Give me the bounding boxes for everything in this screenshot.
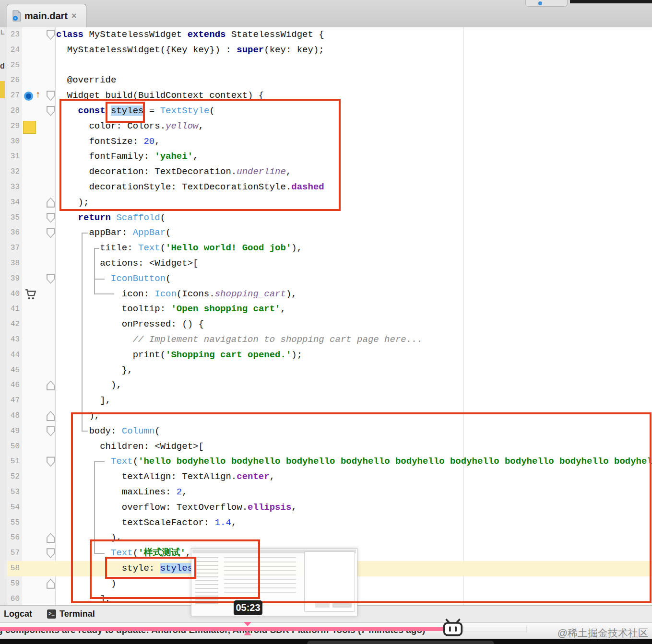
code-text: },	[56, 363, 133, 378]
code-line-29[interactable]: 29 color: Colors.yellow,	[7, 119, 652, 134]
fold-close-marker[interactable]	[47, 533, 55, 543]
code-line-37[interactable]: 37 title: Text('Hello world! Good job'),	[7, 241, 652, 256]
code-text: ],	[56, 393, 111, 409]
code-line-56[interactable]: 56 ),	[7, 530, 652, 546]
video-buffer-track[interactable]	[463, 627, 527, 632]
tab-close-icon[interactable]: ×	[71, 11, 77, 21]
code-line-46[interactable]: 46 ),	[7, 378, 652, 393]
code-text: body: Column(	[56, 424, 160, 439]
code-line-45[interactable]: 45 },	[7, 363, 652, 378]
code-text: decoration: TextDecoration.underline,	[56, 164, 291, 180]
code-line-32[interactable]: 32 decoration: TextDecoration.underline,	[7, 164, 652, 180]
code-text: title: Text('Hello world! Good job'),	[56, 241, 302, 256]
line-number: 48	[7, 409, 20, 424]
code-text: const styles = TextStyle(	[56, 104, 215, 119]
line-number: 43	[7, 332, 20, 348]
code-line-42[interactable]: 42 onPressed: () {	[7, 317, 652, 332]
code-line-48[interactable]: 48 ),	[7, 409, 652, 424]
code-line-36[interactable]: 36 appBar: AppBar(	[7, 225, 652, 241]
code-line-49[interactable]: 49 body: Column(	[7, 424, 652, 439]
code-editor[interactable]: L d 23class MyStatelessWidget extends St…	[0, 27, 652, 605]
code-line-38[interactable]: 38 actions: <Widget>[	[7, 256, 652, 271]
fold-open-marker[interactable]	[47, 228, 55, 238]
code-line-26[interactable]: 26 @override	[7, 73, 652, 88]
color-swatch-yellow[interactable]	[23, 121, 36, 134]
fold-open-marker[interactable]	[47, 213, 55, 223]
fold-close-marker[interactable]	[47, 579, 55, 589]
code-line-41[interactable]: 41 tooltip: 'Open shopping cart',	[7, 302, 652, 317]
code-line-51[interactable]: 51 Text('hello bodyhello bodyhello bodyh…	[7, 454, 652, 469]
code-line-55[interactable]: 55 textScaleFactor: 1.4,	[7, 515, 652, 531]
code-text: decorationStyle: TextDecorationStyle.das…	[56, 180, 324, 195]
code-line-54[interactable]: 54 overflow: TextOverflow.ellipsis,	[7, 500, 652, 515]
line-number: 53	[7, 485, 20, 500]
line-number: 51	[7, 454, 20, 469]
code-line-35[interactable]: 35 return Scaffold(	[7, 211, 652, 226]
code-text: return Scaffold(	[56, 211, 166, 226]
line-number: 40	[7, 287, 20, 302]
code-text: Text('hello bodyhello bodyhello bodyhell…	[56, 454, 652, 469]
code-line-23[interactable]: 23class MyStatelessWidget extends Statel…	[7, 27, 652, 43]
logcat-tab[interactable]: Logcat	[4, 606, 32, 622]
line-number: 26	[7, 73, 20, 88]
code-line-25[interactable]: 25	[7, 58, 652, 73]
fold-open-marker[interactable]	[47, 548, 55, 558]
line-number: 47	[7, 393, 20, 409]
line-number: 37	[7, 241, 20, 256]
code-text: color: Colors.yellow,	[56, 119, 204, 134]
dart-file-icon	[12, 10, 22, 22]
fold-close-marker[interactable]	[47, 198, 55, 208]
seek-marker-icon	[244, 631, 251, 635]
fold-open-marker[interactable]	[47, 30, 55, 40]
code-line-43[interactable]: 43 // Implement navigation to shopping c…	[7, 332, 652, 348]
fold-open-marker[interactable]	[47, 457, 55, 467]
code-text: style: styles	[56, 561, 193, 576]
code-line-44[interactable]: 44 print('Shopping cart opened.');	[7, 348, 652, 363]
line-number: 27	[7, 88, 20, 104]
code-text: overflow: TextOverflow.ellipsis,	[56, 500, 297, 515]
line-number: 39	[7, 271, 20, 287]
playhead-tv-icon[interactable]	[442, 619, 463, 638]
code-line-33[interactable]: 33 decorationStyle: TextDecorationStyle.…	[7, 180, 652, 195]
code-text: class MyStatelessWidget extends Stateles…	[56, 27, 324, 43]
tab-title: main.dart	[24, 11, 68, 22]
code-text: fontSize: 20,	[56, 134, 160, 150]
code-text: // Implement navigation to shopping cart…	[56, 332, 423, 348]
code-line-53[interactable]: 53 maxLines: 2,	[7, 485, 652, 500]
code-line-28[interactable]: 28 const styles = TextStyle(	[7, 104, 652, 119]
line-number: 45	[7, 363, 20, 378]
tab-main-dart[interactable]: main.dart ×	[7, 4, 86, 27]
code-line-52[interactable]: 52 textAlign: TextAlign.center,	[7, 469, 652, 485]
line-number: 24	[7, 43, 20, 58]
code-text: icon: Icon(Icons.shopping_cart),	[56, 287, 297, 302]
code-text: @override	[56, 73, 116, 88]
fold-open-marker[interactable]	[47, 426, 55, 436]
line-number: 54	[7, 500, 20, 515]
override-gutter-icon[interactable]: ↑	[24, 90, 45, 102]
fold-open-marker[interactable]	[47, 106, 55, 116]
line-number: 42	[7, 317, 20, 332]
code-line-47[interactable]: 47 ],	[7, 393, 652, 409]
line-number: 30	[7, 134, 20, 150]
code-line-50[interactable]: 50 children: <Widget>[	[7, 439, 652, 455]
fold-close-marker[interactable]	[47, 380, 55, 390]
seek-preview-thumbnail	[191, 548, 357, 616]
code-line-40[interactable]: 40 icon: Icon(Icons.shopping_cart),	[7, 287, 652, 302]
code-line-34[interactable]: 34 );	[7, 195, 652, 211]
code-line-31[interactable]: 31 fontFamily: 'yahei',	[7, 149, 652, 164]
line-number: 59	[7, 576, 20, 592]
line-number: 55	[7, 515, 20, 531]
blue-dot-icon	[538, 1, 542, 5]
fold-open-marker[interactable]	[47, 274, 55, 284]
line-number: 33	[7, 180, 20, 195]
code-text: onPressed: () {	[56, 317, 204, 332]
code-line-30[interactable]: 30 fontSize: 20,	[7, 134, 652, 150]
code-text: fontFamily: 'yahei',	[56, 149, 198, 164]
fold-close-marker[interactable]	[47, 411, 55, 421]
code-line-39[interactable]: 39 IconButton(	[7, 271, 652, 287]
fold-open-marker[interactable]	[47, 91, 55, 101]
code-text: children: <Widget>[	[56, 439, 204, 455]
code-line-27[interactable]: 27↑ Widget build(BuildContext context) {	[7, 88, 652, 104]
video-progress-bar[interactable]	[0, 627, 446, 631]
code-line-24[interactable]: 24 MyStatelessWidget({Key key}) : super(…	[7, 43, 652, 58]
